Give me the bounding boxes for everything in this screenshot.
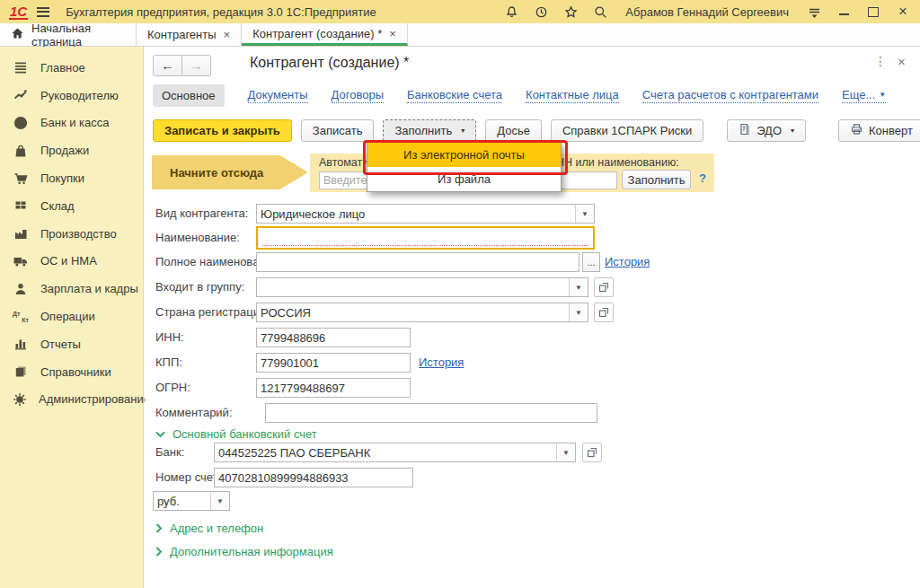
spark-button[interactable]: Справки 1СПАРК Риски — [551, 119, 703, 142]
menu-item-from-email[interactable]: Из электронной почты — [367, 143, 561, 167]
bank-input[interactable] — [215, 443, 556, 461]
search-icon[interactable] — [592, 4, 608, 20]
sidebar-item-warehouse[interactable]: Склад — [0, 192, 143, 220]
inn-input[interactable] — [257, 329, 410, 347]
sidebar-item-bank-cash[interactable]: Банк и касса — [0, 110, 143, 137]
sidebar-item-fixed-assets[interactable]: ОС и НМА — [0, 248, 143, 276]
currency-input[interactable] — [154, 492, 210, 510]
account-number-input[interactable] — [215, 469, 412, 487]
bank-open-icon[interactable] — [582, 443, 602, 462]
close-form-icon[interactable]: × — [898, 54, 906, 69]
tab-close-icon[interactable]: × — [224, 28, 231, 41]
country-open-icon[interactable] — [594, 303, 614, 322]
nav-more[interactable]: Еще...▼ — [842, 88, 886, 103]
nav-contracts[interactable]: Договоры — [332, 88, 384, 103]
service-menu-icon[interactable] — [806, 4, 822, 20]
nav-settlement-accounts[interactable]: Счета расчетов с контрагентами — [642, 88, 818, 103]
sidebar-item-reports[interactable]: Отчеты — [0, 330, 143, 358]
minimize-icon[interactable] — [836, 4, 852, 20]
autofill-button[interactable]: Заполнить — [622, 170, 691, 189]
sidebar-item-salary-hr[interactable]: Зарплата и кадры — [0, 275, 143, 303]
nav-main[interactable]: Основное — [153, 84, 225, 107]
save-and-close-button[interactable]: Записать и закрыть — [153, 119, 292, 142]
close-window-icon[interactable]: × — [895, 4, 911, 20]
tab-close-icon[interactable]: × — [389, 27, 396, 40]
more-actions-icon[interactable]: ⋮ — [874, 54, 887, 68]
gear-icon — [13, 391, 27, 407]
dropdown-arrow-icon[interactable]: ▼ — [569, 303, 588, 321]
tab-label: Контрагенты — [147, 28, 217, 41]
field-row-kpp: КПП: История — [145, 353, 920, 374]
dt-kt-icon: Дт Кт — [13, 309, 29, 324]
sidebar-item-operations[interactable]: Дт Кт Операции — [0, 303, 143, 330]
nav-contact-persons[interactable]: Контактные лица — [526, 88, 619, 103]
save-button[interactable]: Записать — [301, 119, 375, 142]
fill-dropdown-menu: Из электронной почты Из файла — [367, 142, 562, 192]
field-row-kind: Вид контрагента: ▼ — [145, 204, 920, 225]
app-title: Бухгалтерия предприятия, редакция 3.0 1С… — [66, 5, 376, 19]
books-icon — [13, 364, 29, 380]
form-counterparty-create: ← → Контрагент (создание) * ⋮ × Основное… — [145, 47, 920, 588]
edo-button[interactable]: ЭДО▾ — [727, 119, 806, 142]
chevron-right-icon — [155, 523, 163, 533]
dropdown-arrow-icon[interactable]: ▼ — [210, 492, 229, 510]
title-bar: 1С Бухгалтерия предприятия, редакция 3.0… — [0, 0, 920, 23]
notifications-icon[interactable] — [503, 4, 519, 20]
comment-input[interactable] — [266, 404, 597, 422]
fill-button[interactable]: Заполнить▾ — [383, 119, 476, 142]
dropdown-arrow-icon[interactable]: ▼ — [569, 278, 588, 296]
sidebar-item-purchases[interactable]: Покупки — [0, 164, 143, 192]
kpp-input[interactable] — [257, 354, 410, 372]
nav-bank-accounts[interactable]: Банковские счета — [407, 88, 502, 103]
sidebar-item-manager[interactable]: Руководителю — [0, 82, 143, 110]
tab-counterparties[interactable]: Контрагенты × — [137, 23, 242, 46]
maximize-icon[interactable] — [865, 4, 881, 20]
main-menu-icon[interactable] — [37, 7, 49, 17]
current-user[interactable]: Абрамов Геннадий Сергеевич — [625, 5, 789, 19]
tab-bar: Начальная страница Контрагенты × Контраг… — [0, 23, 920, 47]
field-row-account-number: Номер счета: — [145, 468, 920, 489]
kind-input[interactable] — [257, 205, 575, 223]
forward-button[interactable]: → — [182, 55, 211, 76]
dropdown-arrow-icon[interactable]: ▼ — [556, 443, 575, 461]
section-additional-info[interactable]: Дополнительная информация — [155, 545, 333, 558]
kpp-history-link[interactable]: История — [419, 355, 464, 369]
bar-chart-icon — [13, 337, 29, 352]
chevron-down-icon: ▾ — [791, 127, 794, 135]
sidebar-item-sales[interactable]: Продажи — [0, 136, 143, 164]
start-here-arrow: Начните отсюда — [152, 155, 308, 189]
sidebar-item-main[interactable]: Главное — [0, 54, 143, 82]
truck-icon — [13, 253, 29, 268]
section-main-bank-account[interactable]: Основной банковский счет — [155, 427, 317, 441]
sidebar-item-directories[interactable]: Справочники — [0, 358, 143, 386]
group-open-icon[interactable] — [594, 277, 614, 297]
hint-help-link[interactable]: ? — [699, 171, 706, 185]
field-row-comment: Комментарий: — [145, 403, 920, 425]
tab-counterparty-new[interactable]: Контрагент (создание) * × — [242, 23, 408, 46]
back-button[interactable]: ← — [153, 55, 182, 76]
ogrn-input[interactable] — [257, 379, 410, 397]
section-address-phone[interactable]: Адрес и телефон — [155, 522, 263, 535]
dropdown-arrow-icon[interactable]: ▼ — [575, 205, 594, 223]
chevron-down-icon — [155, 431, 165, 438]
form-nav: Основное Документы Договоры Банковские с… — [153, 84, 886, 107]
home-icon — [11, 27, 24, 42]
group-input[interactable] — [257, 278, 569, 296]
envelope-button[interactable]: Конверт — [838, 119, 920, 142]
full-name-history-link[interactable]: История — [605, 255, 650, 268]
country-input[interactable] — [257, 303, 569, 321]
full-name-more-button[interactable]: ... — [582, 252, 600, 272]
sidebar-item-administration[interactable]: Администрирование — [0, 386, 143, 414]
favorites-icon[interactable] — [562, 4, 579, 20]
tab-label: Контрагент (создание) * — [252, 27, 382, 40]
history-icon[interactable] — [533, 4, 549, 20]
sidebar-item-production[interactable]: Производство — [0, 220, 143, 248]
edo-document-icon — [739, 123, 751, 138]
nav-documents[interactable]: Документы — [248, 88, 308, 103]
printer-icon — [850, 123, 863, 138]
full-name-input[interactable] — [257, 253, 579, 271]
dossier-button[interactable]: Досье — [485, 119, 542, 142]
tab-home[interactable]: Начальная страница — [0, 23, 137, 46]
name-input[interactable] — [258, 228, 593, 248]
menu-item-from-file[interactable]: Из файла — [367, 167, 561, 191]
